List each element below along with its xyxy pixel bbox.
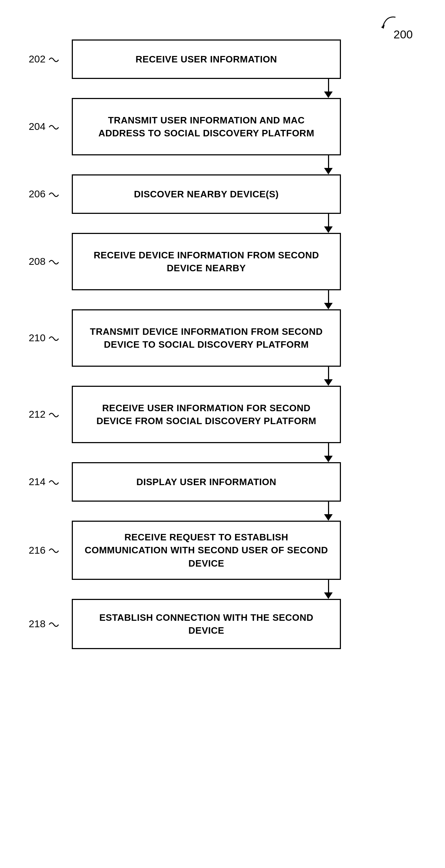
tilde-icon-204 [48,122,59,132]
step-label-206: 206 [29,188,59,200]
arrow-5 [281,367,333,386]
tilde-icon-216 [48,545,59,556]
step-text-214: DISPLAY USER INFORMATION [136,475,276,488]
step-row-204: 204 TRANSMIT USER INFORMATION AND MAC AD… [0,98,445,155]
step-text-202: RECEIVE USER INFORMATION [136,53,277,66]
tilde-icon-202 [48,54,59,65]
step-text-206: DISCOVER NEARBY DEVICE(S) [134,188,279,201]
step-box-204: TRANSMIT USER INFORMATION AND MAC ADDRES… [72,98,341,155]
step-label-214: 214 [29,476,59,488]
tilde-icon-210 [48,333,59,344]
step-text-218: ESTABLISH CONNECTION WITH THE SECOND DEV… [84,611,329,637]
step-box-208: RECEIVE DEVICE INFORMATION FROM SECOND D… [72,233,341,290]
step-row-214: 214 DISPLAY USER INFORMATION [0,462,445,502]
step-box-218: ESTABLISH CONNECTION WITH THE SECOND DEV… [72,599,341,649]
step-box-212: RECEIVE USER INFORMATION FOR SECOND DEVI… [72,386,341,443]
arrow-7 [281,502,333,521]
step-label-208: 208 [29,256,59,268]
step-text-204: TRANSMIT USER INFORMATION AND MAC ADDRES… [84,114,329,140]
step-label-204: 204 [29,121,59,133]
step-box-210: TRANSMIT DEVICE INFORMATION FROM SECOND … [72,309,341,367]
step-label-202: 202 [29,53,59,65]
arrow-2 [281,155,333,174]
step-row-216: 216 RECEIVE REQUEST TO ESTABLISH COMMUNI… [0,521,445,580]
step-box-206: DISCOVER NEARBY DEVICE(S) [72,174,341,214]
step-row-210: 210 TRANSMIT DEVICE INFORMATION FROM SEC… [0,309,445,367]
step-box-214: DISPLAY USER INFORMATION [72,462,341,502]
step-row-202: 202 RECEIVE USER INFORMATION [0,39,445,79]
step-row-206: 206 DISCOVER NEARBY DEVICE(S) [0,174,445,214]
step-text-212: RECEIVE USER INFORMATION FOR SECOND DEVI… [84,402,329,428]
arrow-8 [281,580,333,599]
step-text-208: RECEIVE DEVICE INFORMATION FROM SECOND D… [84,249,329,275]
tilde-icon-206 [48,189,59,200]
step-row-212: 212 RECEIVE USER INFORMATION FOR SECOND … [0,386,445,443]
tilde-icon-218 [48,619,59,630]
tilde-icon-208 [48,257,59,267]
step-row-208: 208 RECEIVE DEVICE INFORMATION FROM SECO… [0,233,445,290]
step-box-202: RECEIVE USER INFORMATION [72,39,341,79]
step-row-218: 218 ESTABLISH CONNECTION WITH THE SECOND… [0,599,445,649]
flow-diagram: 202 RECEIVE USER INFORMATION 204 [0,39,445,649]
step-label-212: 212 [29,409,59,421]
arrow-6 [281,443,333,462]
arrow-1 [281,79,333,98]
step-label-210: 210 [29,332,59,344]
step-label-216: 216 [29,544,59,556]
arrow-3 [281,214,333,233]
step-text-210: TRANSMIT DEVICE INFORMATION FROM SECOND … [84,325,329,351]
tilde-icon-214 [48,477,59,488]
step-box-216: RECEIVE REQUEST TO ESTABLISH COMMUNICATI… [72,521,341,580]
step-label-218: 218 [29,618,59,630]
tilde-icon-212 [48,409,59,420]
arrow-4 [281,290,333,309]
diagram-container: 200 202 RECEIVE USER INFORMATION 204 [0,0,445,868]
step-text-216: RECEIVE REQUEST TO ESTABLISH COMMUNICATI… [84,531,329,570]
